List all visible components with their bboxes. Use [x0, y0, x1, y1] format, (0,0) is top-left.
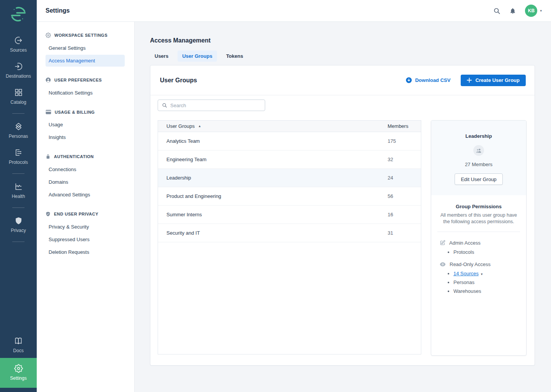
group-name: Summer Interns	[166, 212, 388, 217]
table-row-selected[interactable]: Leadership 24	[158, 169, 421, 187]
permission-item: Personas	[453, 279, 520, 285]
tab-user-groups[interactable]: User Groups	[178, 51, 217, 62]
sources-count-link[interactable]: 14 Sources	[453, 271, 479, 276]
rail-item-catalog[interactable]: Catalog	[0, 83, 37, 109]
group-detail-title: Leadership	[436, 133, 522, 139]
search-input[interactable]	[170, 103, 261, 108]
group-members-count: 56	[388, 193, 414, 199]
user-icon	[46, 77, 51, 83]
section-label: Usage & Billing	[55, 110, 95, 114]
subnav-section-workspace: Workspace Settings General Settings Acce…	[37, 29, 134, 67]
subnav-section-user-preferences: User Preferences Notification Settings	[37, 74, 134, 99]
table-row[interactable]: Security and IT 31	[158, 224, 421, 242]
notifications-bell-icon[interactable]	[509, 7, 516, 15]
right-column: Settings KB ▾	[37, 0, 551, 392]
search-box	[158, 100, 265, 111]
rail-item-sources[interactable]: Sources	[0, 31, 37, 57]
readonly-access-header: Read-Only Access	[437, 261, 520, 267]
sort-asc-icon: ▲	[198, 124, 201, 128]
edit-user-group-button[interactable]: Edit User Group	[455, 173, 502, 185]
privacy-shield-icon	[15, 216, 23, 225]
group-name: Leadership	[166, 175, 388, 181]
user-menu[interactable]: KB ▾	[525, 5, 542, 17]
health-icon	[14, 182, 23, 191]
create-user-group-button[interactable]: Create User Group	[461, 75, 526, 86]
subnav-item-notification-settings[interactable]: Notification Settings	[46, 87, 125, 99]
rail-item-label: Sources	[10, 47, 27, 53]
permissions-description: All members of this user group have the …	[437, 212, 520, 225]
subnav-item-connections[interactable]: Connections	[46, 163, 125, 175]
rail-item-destinations[interactable]: Destinations	[0, 57, 37, 83]
section-label: User Preferences	[54, 78, 102, 82]
rail-item-settings[interactable]: Settings	[0, 358, 37, 388]
eye-icon	[440, 262, 446, 267]
table-row[interactable]: Product and Engineering 56	[158, 187, 421, 206]
rail-item-docs[interactable]: Docs	[0, 332, 37, 358]
rail-item-protocols[interactable]: Protocols	[0, 144, 37, 170]
subnav-section-authentication: Authentication Connections Domains Advan…	[37, 151, 134, 201]
group-members-count: 31	[388, 230, 414, 236]
card-actions: Download CSV Create User Group	[406, 75, 526, 86]
group-members-count: 32	[388, 157, 414, 162]
people-icon	[476, 148, 482, 153]
divider	[437, 232, 520, 232]
subnav-item-usage[interactable]: Usage	[46, 119, 125, 131]
admin-access-header: Admin Access	[437, 240, 520, 246]
subnav-item-general-settings[interactable]: General Settings	[46, 42, 125, 54]
section-head: Authentication	[37, 151, 134, 163]
tab-bar: Users User Groups Tokens	[150, 51, 535, 62]
page-header-title: Settings	[46, 7, 70, 14]
subnav-item-suppressed-users[interactable]: Suppressed Users	[46, 234, 125, 245]
rail-item-personas[interactable]: Personas	[0, 118, 37, 144]
subnav-item-domains[interactable]: Domains	[46, 176, 125, 188]
topbar: Settings KB ▾	[37, 0, 551, 22]
rail-item-label: Privacy	[11, 228, 26, 233]
rail-item-label: Destinations	[6, 74, 31, 79]
subnav-item-privacy-security[interactable]: Privacy & Security	[46, 221, 125, 233]
subnav-item-advanced-settings[interactable]: Advanced Settings	[46, 189, 125, 201]
segment-logo-icon[interactable]	[10, 0, 27, 31]
column-header-user-groups[interactable]: User Groups ▲	[166, 123, 388, 129]
permissions-title: Group Permissions	[437, 204, 520, 209]
rail-item-label: Personas	[9, 134, 28, 139]
download-icon	[406, 77, 412, 83]
group-detail-panel: Leadership 27 Members	[431, 120, 527, 356]
group-name: Product and Engineering	[166, 193, 388, 199]
table-row[interactable]: Summer Interns 16	[158, 206, 421, 224]
column-header-members[interactable]: Members	[388, 123, 414, 129]
download-csv-link[interactable]: Download CSV	[406, 77, 450, 83]
tab-tokens[interactable]: Tokens	[222, 51, 248, 62]
permission-item: 14 Sources▾	[453, 271, 520, 276]
card-title: User Groups	[160, 77, 197, 84]
readonly-access-label: Read-Only Access	[450, 261, 491, 267]
subnav-item-insights[interactable]: Insights	[46, 131, 125, 143]
section-label: Workspace Settings	[54, 33, 108, 38]
docs-book-icon	[14, 336, 23, 345]
chevron-down-icon[interactable]: ▾	[481, 272, 483, 276]
download-csv-label: Download CSV	[415, 77, 450, 83]
table-row[interactable]: Analytics Team 175	[158, 132, 421, 150]
page-title: Access Management	[150, 37, 535, 44]
rail-item-health[interactable]: Health	[0, 178, 37, 204]
subnav-item-deletion-requests[interactable]: Deletion Requests	[46, 246, 125, 258]
rail-item-label: Settings	[10, 376, 26, 381]
permission-item: Warehouses	[453, 288, 520, 294]
user-groups-card: User Groups Download CSV	[150, 65, 535, 366]
settings-subnav: Workspace Settings General Settings Acce…	[37, 22, 135, 392]
group-name: Analytics Team	[166, 138, 388, 144]
subnav-item-access-management[interactable]: Access Management	[46, 55, 125, 67]
settings-gear-icon	[14, 364, 23, 373]
group-detail-summary: Leadership 27 Members	[431, 121, 526, 195]
group-members-count: 24	[388, 175, 414, 181]
search-icon[interactable]	[493, 7, 500, 15]
group-avatar	[473, 145, 484, 156]
rail-item-privacy[interactable]: Privacy	[0, 212, 37, 238]
rail-item-label: Catalog	[10, 100, 26, 105]
rail-divider	[12, 173, 24, 174]
tab-users[interactable]: Users	[150, 51, 173, 62]
rail-divider	[12, 207, 24, 208]
topbar-actions: KB ▾	[493, 5, 542, 17]
edit-icon	[440, 240, 445, 246]
table-row[interactable]: Engineering Team 32	[158, 150, 421, 169]
section-label: Authentication	[54, 154, 94, 159]
